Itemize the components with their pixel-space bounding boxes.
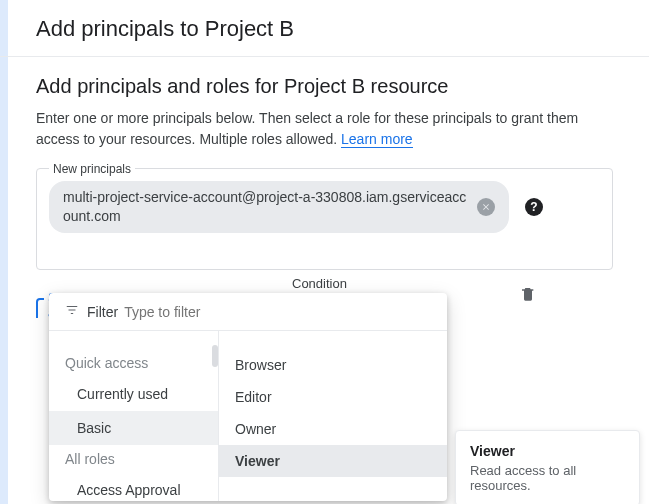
- dropdown-roles[interactable]: Browser Editor Owner Viewer: [219, 331, 447, 501]
- role-option[interactable]: Owner: [219, 413, 447, 445]
- filter-icon: [63, 303, 81, 320]
- filter-input[interactable]: [124, 304, 433, 320]
- principal-chip[interactable]: multi-project-service-account@project-a-…: [49, 181, 509, 233]
- category-item[interactable]: Access Approval: [49, 473, 218, 501]
- category-section-all: All roles: [49, 445, 218, 473]
- role-option[interactable]: Editor: [219, 381, 447, 413]
- role-option[interactable]: Browser: [219, 349, 447, 381]
- principal-chip-text: multi-project-service-account@project-a-…: [63, 188, 469, 226]
- category-section-quick: Quick access: [49, 349, 218, 377]
- role-tooltip: Viewer Read access to all resources.: [455, 430, 640, 504]
- category-item[interactable]: Basic: [49, 411, 218, 445]
- principals-label: New principals: [49, 162, 135, 176]
- filter-label: Filter: [87, 304, 118, 320]
- tooltip-title: Viewer: [470, 443, 625, 459]
- tooltip-description: Read access to all resources.: [470, 463, 625, 493]
- role-dropdown: Filter Quick access Currently used Basic…: [49, 293, 447, 501]
- section-description: Enter one or more principals below. Then…: [36, 108, 613, 150]
- delete-role-icon[interactable]: [520, 285, 536, 306]
- remove-chip-icon[interactable]: [477, 198, 495, 216]
- dialog-title: Add principals to Project B: [36, 16, 613, 42]
- dialog-header: Add principals to Project B: [0, 0, 649, 57]
- learn-more-link[interactable]: Learn more: [341, 131, 413, 148]
- principals-field[interactable]: New principals multi-project-service-acc…: [36, 168, 613, 270]
- role-option[interactable]: Viewer: [219, 445, 447, 477]
- dropdown-categories[interactable]: Quick access Currently used Basic All ro…: [49, 331, 219, 501]
- filter-bar: Filter: [49, 293, 447, 331]
- condition-label: Condition: [292, 276, 347, 291]
- section-title: Add principals and roles for Project B r…: [36, 75, 613, 98]
- category-item[interactable]: Currently used: [49, 377, 218, 411]
- help-icon[interactable]: ?: [525, 198, 543, 216]
